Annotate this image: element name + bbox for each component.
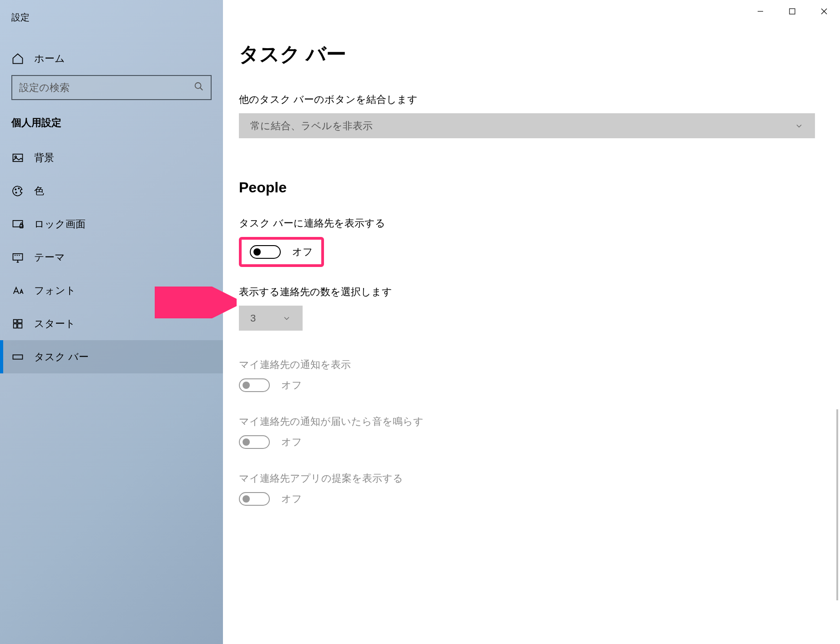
notify-label: マイ連絡先の通知を表示: [239, 358, 815, 372]
suggest-label: マイ連絡先アプリの提案を表示する: [239, 472, 815, 485]
suggest-row: オフ: [239, 492, 815, 506]
svg-rect-17: [18, 324, 22, 328]
people-heading: People: [239, 179, 815, 196]
font-icon: [11, 284, 34, 297]
contact-count-label: 表示する連絡先の数を選択します: [239, 285, 815, 299]
svg-point-4: [195, 82, 201, 88]
search-box[interactable]: [11, 75, 212, 100]
notify-state: オフ: [281, 378, 302, 392]
toggle-knob: [243, 382, 250, 389]
sidebar-home[interactable]: ホーム: [0, 42, 223, 75]
toggle-knob: [243, 438, 250, 446]
sound-row: オフ: [239, 435, 815, 449]
svg-point-9: [15, 192, 16, 193]
svg-rect-18: [13, 355, 23, 359]
close-button[interactable]: [808, 0, 840, 23]
sidebar-item-label: タスク バー: [34, 350, 89, 364]
sidebar-item-colors[interactable]: 色: [0, 174, 223, 207]
palette-icon: [11, 185, 34, 197]
taskbar-icon: [11, 351, 34, 363]
sidebar-item-label: 背景: [34, 151, 54, 165]
settings-window: 設定 ホーム 個人用設定 背景 色: [0, 0, 840, 644]
sound-state: オフ: [281, 435, 302, 449]
svg-rect-16: [14, 324, 17, 328]
show-contacts-toggle[interactable]: [250, 245, 281, 259]
show-contacts-state: オフ: [292, 245, 313, 259]
sidebar-item-label: ロック画面: [34, 217, 86, 231]
svg-point-10: [18, 188, 19, 189]
search-wrap: [0, 75, 223, 114]
sidebar-item-fonts[interactable]: フォント: [0, 274, 223, 307]
notify-toggle: [239, 378, 270, 392]
image-icon: [11, 151, 34, 164]
sound-label: マイ連絡先の通知が届いたら音を鳴らす: [239, 415, 815, 428]
scrollbar[interactable]: [836, 409, 838, 600]
sidebar-section-header: 個人用設定: [0, 114, 223, 141]
svg-rect-13: [13, 253, 23, 260]
sound-toggle: [239, 435, 270, 449]
svg-rect-14: [14, 319, 17, 322]
page-title: タスク バー: [239, 41, 815, 68]
contact-count-dropdown[interactable]: 3: [239, 306, 303, 331]
main-content: タスク バー 他のタスク バーのボタンを結合します 常に結合、ラベルを非表示 P…: [223, 0, 840, 644]
lock-screen-icon: [11, 218, 34, 231]
sidebar-item-label: 色: [34, 184, 44, 198]
sidebar-item-background[interactable]: 背景: [0, 141, 223, 174]
toggle-knob: [253, 248, 261, 256]
toggle-knob: [243, 495, 250, 503]
notify-row: オフ: [239, 378, 815, 392]
dropdown-value: 3: [250, 312, 256, 324]
sidebar-item-label: スタート: [34, 317, 76, 331]
titlebar-controls: [744, 0, 840, 23]
show-contacts-label: タスク バーに連絡先を表示する: [239, 216, 815, 230]
maximize-button[interactable]: [776, 0, 808, 23]
svg-rect-15: [18, 319, 22, 322]
sidebar-item-themes[interactable]: テーマ: [0, 241, 223, 274]
minimize-button[interactable]: [744, 0, 776, 23]
search-input[interactable]: [19, 82, 194, 94]
svg-rect-1: [789, 9, 795, 14]
sidebar-item-start[interactable]: スタート: [0, 307, 223, 340]
combine-buttons-label: 他のタスク バーのボタンを結合します: [239, 93, 815, 106]
sidebar-item-label: フォント: [34, 284, 76, 297]
svg-point-8: [15, 189, 16, 190]
window-title: 設定: [0, 9, 223, 42]
home-icon: [11, 52, 34, 65]
sidebar-home-label: ホーム: [34, 52, 65, 65]
svg-rect-6: [13, 154, 23, 161]
svg-rect-11: [13, 220, 23, 226]
sidebar-item-taskbar[interactable]: タスク バー: [0, 340, 223, 373]
start-icon: [11, 317, 34, 330]
suggest-toggle: [239, 492, 270, 506]
suggest-state: オフ: [281, 492, 302, 506]
sidebar-item-label: テーマ: [34, 251, 65, 264]
sidebar: 設定 ホーム 個人用設定 背景 色: [0, 0, 223, 644]
combine-buttons-dropdown[interactable]: 常に結合、ラベルを非表示: [239, 113, 815, 138]
annotation-highlight: オフ: [239, 237, 324, 267]
svg-line-5: [200, 87, 203, 90]
search-icon: [194, 81, 204, 94]
theme-icon: [11, 251, 34, 264]
sidebar-item-lock-screen[interactable]: ロック画面: [0, 207, 223, 241]
svg-point-7: [15, 156, 17, 157]
dropdown-value: 常に結合、ラベルを非表示: [250, 119, 373, 133]
